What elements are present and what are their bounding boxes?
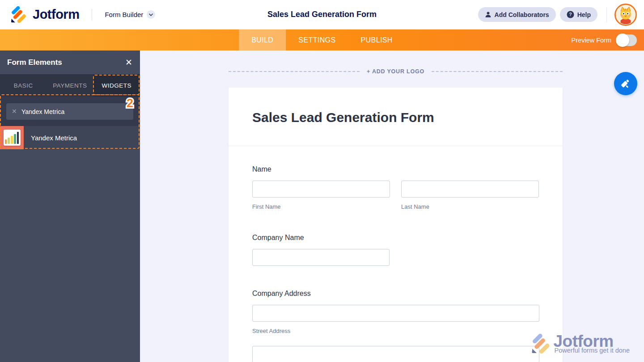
company-name-input[interactable] (252, 249, 390, 266)
preview-form-label: Preview Form (572, 37, 611, 44)
help-button[interactable]: ? Help (560, 7, 597, 22)
brand-wordmark[interactable]: Jotform (33, 7, 79, 22)
tab-build[interactable]: BUILD (239, 29, 286, 51)
first-name-sublabel: First Name (252, 203, 390, 210)
page-title: Sales Lead Generation Form (267, 10, 377, 19)
clear-x-icon[interactable]: ✕ (12, 108, 17, 115)
jotform-logo-icon[interactable] (10, 6, 26, 23)
street-address-line2-input[interactable] (252, 346, 539, 362)
svg-text:?: ? (569, 12, 572, 17)
sidebar-tab-payments[interactable]: PAYMENTS (47, 74, 93, 97)
sidebar-tab-basic[interactable]: BASIC (0, 74, 47, 97)
form-elements-panel: Form Elements ✕ BASIC PAYMENTS WIDGETS ✕… (0, 51, 140, 362)
field-name[interactable]: Name First Name Last Name (252, 165, 539, 210)
bar-chart-widget-icon (0, 126, 24, 149)
form-header-block[interactable]: Sales Lead Generation Form (229, 88, 563, 146)
form-preview-card: Sales Lead Generation Form Name First Na… (229, 88, 563, 362)
toggle-knob (616, 34, 629, 47)
close-icon[interactable]: ✕ (125, 58, 132, 67)
add-collaborators-button[interactable]: Add Collaborators (478, 7, 556, 22)
last-name-input[interactable] (401, 181, 539, 198)
tab-settings[interactable]: SETTINGS (286, 29, 348, 51)
user-avatar[interactable] (614, 4, 637, 26)
add-logo-area[interactable]: + ADD YOUR LOGO (229, 68, 563, 75)
panel-title: Form Elements (7, 58, 62, 67)
person-icon (485, 11, 491, 18)
tab-publish[interactable]: PUBLISH (348, 29, 405, 51)
watermark-tagline: Powerful forms get it done (555, 347, 630, 354)
first-name-input[interactable] (252, 181, 390, 198)
form-designer-button[interactable] (614, 72, 637, 95)
build-navbar: BUILD SETTINGS PUBLISH Preview Form (0, 29, 644, 51)
widget-result-label: Yandex Metrica (31, 134, 77, 142)
chevron-down-icon[interactable] (147, 10, 155, 19)
street-address-sublabel: Street Address (252, 328, 539, 334)
question-mark-icon: ? (567, 11, 574, 18)
widget-result-yandex-metrica[interactable]: Yandex Metrica (0, 126, 140, 149)
last-name-sublabel: Last Name (401, 203, 539, 210)
app-header: Jotform Form Builder Sales Lead Generati… (0, 0, 644, 29)
header-divider (92, 9, 92, 21)
add-logo-label: + ADD YOUR LOGO (367, 68, 424, 75)
street-address-input[interactable] (252, 305, 539, 322)
paint-roller-icon (620, 78, 631, 89)
preview-form-toggle[interactable] (616, 34, 637, 46)
field-company-address[interactable]: Company Address Street Address (252, 290, 539, 362)
watermark-wordmark: Jotform (554, 334, 630, 349)
form-canvas: + ADD YOUR LOGO Sales Lead Generation Fo… (140, 51, 644, 362)
form-title: Sales Lead Generation Form (252, 110, 539, 125)
widget-search-input[interactable] (6, 103, 133, 120)
nav-tabs: BUILD SETTINGS PUBLISH (239, 29, 405, 51)
sidebar-tab-widgets[interactable]: WIDGETS (93, 74, 140, 97)
header-divider (606, 7, 607, 22)
form-builder-menu[interactable]: Form Builder (105, 10, 155, 19)
field-company-name[interactable]: Company Name (252, 234, 539, 266)
